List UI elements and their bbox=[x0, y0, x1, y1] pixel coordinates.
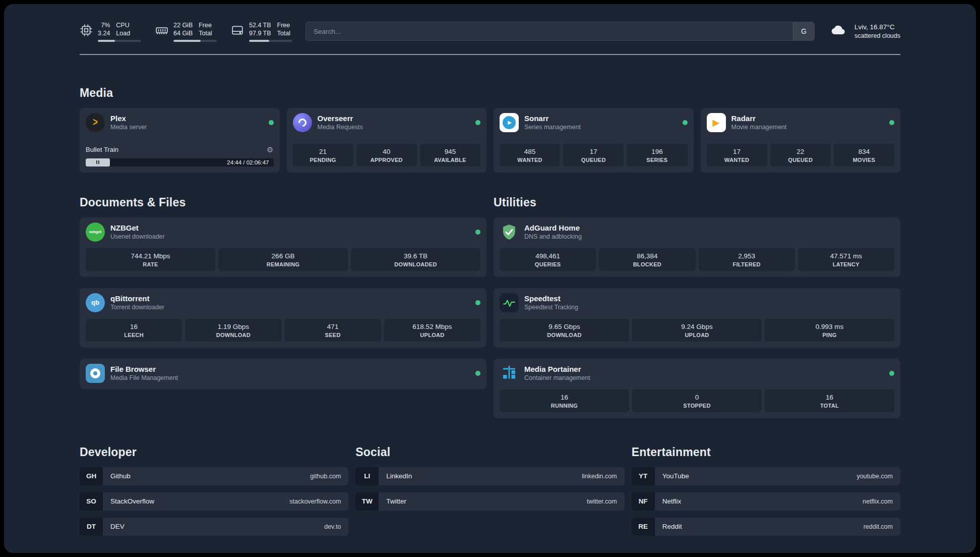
service-desc: Media server bbox=[110, 124, 147, 131]
pause-icon bbox=[96, 160, 97, 164]
section-title-entertainment: Entertainment bbox=[632, 445, 900, 459]
section-title-utilities: Utilities bbox=[494, 196, 900, 209]
memory-free-value: 22 GiB bbox=[173, 21, 193, 29]
status-dot bbox=[889, 120, 894, 125]
stat-tile: 471 SEED bbox=[285, 319, 381, 342]
service-desc: DNS and adblocking bbox=[524, 233, 582, 240]
service-desc: Series management bbox=[524, 124, 581, 131]
playback-time: 24:44 / 02:06:47 bbox=[227, 159, 269, 165]
service-name: File Browser bbox=[110, 365, 178, 373]
service-name: Plex bbox=[110, 114, 147, 123]
bookmark-name: Reddit bbox=[662, 523, 682, 530]
adguard-icon bbox=[500, 222, 519, 242]
stat-tile: 498,461 QUERIES bbox=[500, 248, 596, 271]
service-desc: Speedtest Tracking bbox=[524, 304, 578, 311]
stat-tile: 485 WANTED bbox=[500, 144, 560, 166]
section-title-documents: Documents & Files bbox=[80, 196, 486, 209]
bookmark-name: StackOverflow bbox=[110, 497, 154, 505]
memory-progress-fill bbox=[173, 40, 201, 42]
middle-columns: Documents & Files nzbget NZBGet Usenet d… bbox=[80, 196, 900, 418]
service-card-portainer[interactable]: Media Portainer Container management 16 … bbox=[494, 359, 900, 418]
bookmark-youtube[interactable]: YT YouTube youtube.com bbox=[632, 467, 900, 485]
service-card-nzbget[interactable]: nzbget NZBGet Usenet downloader 744.21 M… bbox=[80, 217, 486, 277]
service-desc: Torrent downloader bbox=[110, 304, 164, 311]
bookmark-dev[interactable]: DT DEV dev.to bbox=[80, 518, 348, 536]
cpu-stats: 7% 3.24 CPU Load bbox=[98, 21, 141, 42]
bookmark-github[interactable]: GH Github github.com bbox=[80, 467, 348, 485]
service-name: Media Portainer bbox=[524, 365, 590, 373]
service-name: qBittorrent bbox=[110, 294, 164, 303]
qbittorrent-text: qBittorrent Torrent downloader bbox=[110, 294, 164, 311]
service-card-plex[interactable]: > Plex Media server Bullet Train ⚙ bbox=[80, 108, 280, 173]
service-card-filebrowser[interactable]: File Browser Media File Management bbox=[80, 359, 486, 389]
memory-free-label: Free bbox=[199, 21, 212, 29]
settings-icon[interactable]: ⚙ bbox=[267, 145, 273, 154]
search-provider-button[interactable]: G bbox=[793, 22, 814, 40]
overseerr-icon bbox=[293, 113, 312, 132]
bookmark-twitter[interactable]: TW Twitter twitter.com bbox=[355, 492, 624, 511]
bookmark-abbr: NF bbox=[632, 492, 655, 511]
social-group: Social LI LinkedIn linkedin.com TW Twitt… bbox=[355, 445, 624, 518]
service-card-overseerr[interactable]: Overseerr Media Requests 21 PENDING 40 A… bbox=[287, 108, 487, 173]
status-dot bbox=[475, 120, 480, 125]
cpu-load-label: Load bbox=[116, 29, 130, 37]
bookmark-abbr: TW bbox=[355, 492, 379, 511]
stats-row: 9.65 Gbps DOWNLOAD 9.24 Gbps UPLOAD 0.99… bbox=[500, 319, 894, 342]
disk-stats: 52.4 TB 97.9 TB Free Total bbox=[249, 21, 292, 42]
media-card-row: > Plex Media server Bullet Train ⚙ bbox=[80, 108, 900, 173]
stat-tile: 618.52 Mbps UPLOAD bbox=[384, 319, 480, 342]
bookmark-url: linkedin.com bbox=[582, 473, 617, 480]
service-card-radarr[interactable]: ▶ Radarr Movie management 17 WANTED 22 Q… bbox=[701, 108, 901, 173]
adguard-text: AdGuard Home DNS and adblocking bbox=[524, 224, 582, 240]
stats-row: 16 LEECH 1.19 Gbps DOWNLOAD 471 SEED 618… bbox=[86, 319, 480, 342]
bookmark-abbr: DT bbox=[80, 518, 103, 536]
disk-progress-fill bbox=[249, 40, 269, 42]
stat-tile: 0 STOPPED bbox=[632, 389, 762, 412]
cpu-icon bbox=[80, 24, 93, 39]
stat-tile: 834 MOVIES bbox=[834, 144, 894, 166]
nzbget-text: NZBGet Usenet downloader bbox=[110, 224, 165, 240]
stat-tile: 1.19 Gbps DOWNLOAD bbox=[185, 319, 281, 342]
status-dot bbox=[475, 371, 480, 376]
disk-progress-bar bbox=[249, 40, 292, 42]
overseerr-text: Overseerr Media Requests bbox=[318, 114, 363, 131]
stat-tile: 40 APPROVED bbox=[356, 144, 417, 166]
bookmark-name: YouTube bbox=[662, 472, 689, 480]
stats-row: 498,461 QUERIES 86,384 BLOCKED 2,953 FIL… bbox=[500, 248, 894, 271]
disk-total-value: 97.9 TB bbox=[249, 29, 271, 37]
qbittorrent-icon: qb bbox=[86, 293, 105, 312]
service-desc: Usenet downloader bbox=[110, 233, 165, 240]
section-title-media: Media bbox=[80, 86, 900, 100]
stat-tile: 17 QUEUED bbox=[563, 144, 624, 166]
playback-played-segment bbox=[86, 158, 110, 166]
disk-icon bbox=[231, 24, 244, 39]
stats-row: 744.21 Mbps RATE 266 GB REMAINING 39.6 T… bbox=[86, 248, 480, 271]
playback-progress-bar[interactable]: 24:44 / 02:06:47 bbox=[86, 158, 274, 166]
bookmark-stackoverflow[interactable]: SO StackOverflow stackoverflow.com bbox=[80, 492, 348, 511]
service-card-sonarr[interactable]: ▶ Sonarr Series management 485 WANTED 17… bbox=[494, 108, 694, 173]
service-desc: Movie management bbox=[731, 124, 787, 131]
cloud-icon bbox=[828, 22, 849, 40]
service-name: Radarr bbox=[731, 114, 787, 123]
service-card-qbittorrent[interactable]: qb qBittorrent Torrent downloader 16 LEE… bbox=[80, 288, 486, 348]
service-name: Overseerr bbox=[318, 114, 363, 123]
bookmark-reddit[interactable]: RE Reddit reddit.com bbox=[632, 518, 900, 536]
top-bar: 7% 3.24 CPU Load bbox=[80, 21, 900, 42]
stat-tile: 22 QUEUED bbox=[770, 144, 831, 166]
memory-total-label: Total bbox=[199, 29, 212, 37]
service-card-adguard[interactable]: AdGuard Home DNS and adblocking 498,461 … bbox=[494, 217, 900, 277]
status-dot bbox=[683, 120, 688, 125]
status-dot bbox=[269, 120, 274, 125]
stats-row: 17 WANTED 22 QUEUED 834 MOVIES bbox=[707, 144, 895, 166]
bookmark-netflix[interactable]: NF Netflix netflix.com bbox=[632, 492, 900, 511]
service-desc: Media File Management bbox=[110, 374, 178, 381]
bookmark-name: Github bbox=[110, 472, 131, 480]
section-title-social: Social bbox=[355, 445, 624, 459]
cpu-label: CPU bbox=[116, 21, 130, 29]
bookmark-url: twitter.com bbox=[587, 498, 617, 505]
service-name: NZBGet bbox=[110, 224, 165, 232]
service-card-speedtest[interactable]: Speedtest Speedtest Tracking 9.65 Gbps D… bbox=[494, 288, 900, 348]
bookmark-linkedin[interactable]: LI LinkedIn linkedin.com bbox=[355, 467, 624, 485]
disk-free-label: Free bbox=[277, 21, 290, 29]
search-input[interactable] bbox=[306, 22, 793, 40]
